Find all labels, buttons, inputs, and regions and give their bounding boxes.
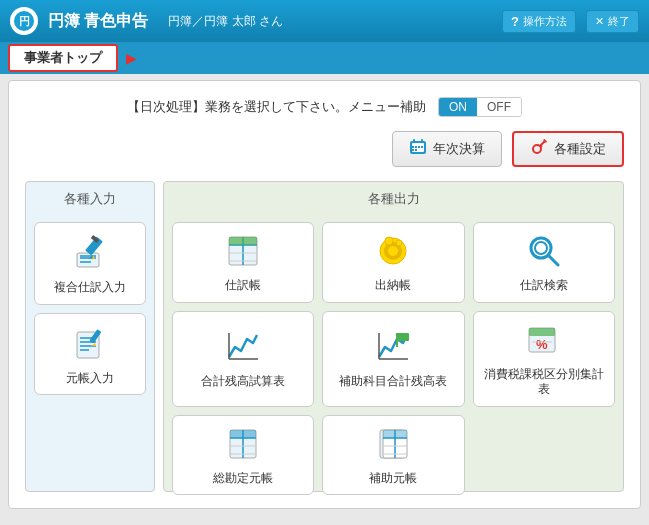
instruction-row: 【日次処理】業務を選択して下さい。メニュー補助 ON OFF [25,97,624,117]
hojo-zandaka-button[interactable]: 補助科目合計残高表 [322,311,464,407]
shunocho-button[interactable]: 出納帳 [322,222,464,303]
svg-rect-14 [77,253,99,267]
svg-rect-50 [529,328,555,336]
svg-rect-8 [418,146,420,148]
percent-icon: % [526,322,562,361]
motoken-label: 元帳入力 [66,371,114,387]
shohi-betsu-label: 消費税課税区分別集計表 [480,367,608,398]
svg-point-39 [396,240,402,246]
output-column: 各種出力 仕訳帳 [163,181,624,492]
close-icon: ✕ [595,15,604,28]
app-logo: 円 [10,7,38,35]
help-icon: ? [511,14,519,29]
svg-rect-65 [383,430,407,438]
svg-rect-4 [413,139,415,143]
sogo-motoken-button[interactable]: 総勘定元帳 [172,415,314,496]
svg-rect-5 [421,139,423,143]
svg-rect-6 [412,146,414,148]
exit-button[interactable]: ✕ 終了 [586,10,639,33]
navbar: 事業者トップ ▶ [0,42,649,74]
fukugo-label: 複合仕訳入力 [54,280,126,296]
navbar-arrow-icon: ▶ [126,50,137,66]
svg-rect-34 [229,237,257,245]
instruction-text: 【日次処理】業務を選択して下さい。メニュー補助 [127,98,426,116]
hojo-zandaka-label: 補助科目合計残高表 [339,374,447,390]
output-grid: 仕訳帳 出納帳 [172,222,615,495]
svg-text:%: % [536,337,548,352]
menu-grid: 各種入力 複合仕訳入力 [25,181,624,492]
fukugo-icon [71,233,109,274]
help-button[interactable]: ? 操作方法 [502,10,576,33]
svg-rect-9 [421,146,423,148]
motoken-button[interactable]: 元帳入力 [34,313,146,396]
svg-rect-7 [415,146,417,148]
svg-point-12 [533,145,541,153]
input-col-header: 各種入力 [34,190,146,214]
svg-point-37 [388,246,398,256]
hojo-motoken-label: 補助元帳 [369,471,417,487]
fukugo-button[interactable]: 複合仕訳入力 [34,222,146,305]
svg-rect-47 [397,333,409,341]
shohi-betsu-button[interactable]: % 消費税課税区分別集計表 [473,311,615,407]
nendo-label: 年次決算 [433,140,485,158]
zandaka-button[interactable]: 合計残高試算表 [172,311,314,407]
shiwake-search-button[interactable]: 仕訳検索 [473,222,615,303]
svg-point-38 [385,237,393,245]
header-user: 円簿／円簿 太郎 さん [168,13,283,30]
action-buttons-row: 年次決算 各種設定 [25,131,624,167]
app-title: 円簿 青色申告 [48,11,148,32]
motoken-icon [71,324,109,365]
main-content: 【日次処理】業務を選択して下さい。メニュー補助 ON OFF [8,80,641,509]
svg-line-13 [541,146,543,148]
hojo-motoken-button[interactable]: 補助元帳 [322,415,464,496]
toggle-off-button[interactable]: OFF [477,98,521,116]
search-icon [526,233,562,272]
help-label: 操作方法 [523,14,567,29]
navbar-current-page[interactable]: 事業者トップ [8,44,118,72]
exit-label: 終了 [608,14,630,29]
svg-rect-11 [415,149,417,151]
svg-point-42 [535,242,547,254]
output-col-header: 各種出力 [172,190,615,214]
shunocho-icon [375,233,411,272]
calendar-icon [409,138,427,160]
journal-icon [225,426,261,465]
shunocho-label: 出納帳 [375,278,411,294]
svg-line-41 [549,256,558,265]
sogo-motoken-label: 総勘定元帳 [213,471,273,487]
svg-rect-58 [230,430,256,438]
input-column: 各種入力 複合仕訳入力 [25,181,155,492]
header: 円 円簿 青色申告 円簿／円簿 太郎 さん ? 操作方法 ✕ 終了 [0,0,649,42]
svg-text:円: 円 [19,15,30,27]
menu-toggle[interactable]: ON OFF [438,97,522,117]
svg-rect-10 [412,149,414,151]
settings-button[interactable]: 各種設定 [512,131,624,167]
shiwake-icon [225,233,261,272]
settings-label: 各種設定 [554,140,606,158]
toggle-on-button[interactable]: ON [439,98,477,116]
subledger-icon [375,426,411,465]
shiwake-search-label: 仕訳検索 [520,278,568,294]
flag-chart-icon [375,329,411,368]
shiwake-button[interactable]: 仕訳帳 [172,222,314,303]
wrench-icon [530,138,548,160]
chart-icon [225,329,261,368]
nendo-button[interactable]: 年次決算 [392,131,502,167]
zandaka-label: 合計残高試算表 [201,374,285,390]
shiwake-label: 仕訳帳 [225,278,261,294]
